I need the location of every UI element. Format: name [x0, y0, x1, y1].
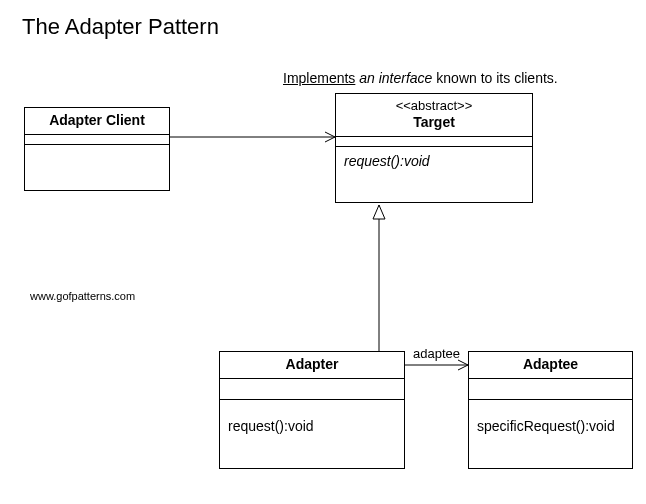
class-operations: request():void — [336, 147, 532, 187]
class-name: Adaptee — [475, 356, 626, 374]
caption-interface: an interface — [359, 70, 432, 86]
class-adaptee: Adaptee specificRequest():void — [468, 351, 633, 469]
class-operations — [25, 145, 169, 185]
class-attributes — [25, 135, 169, 145]
class-attributes — [220, 379, 404, 400]
class-adapter-client: Adapter Client — [24, 107, 170, 191]
class-name: Adapter — [226, 356, 398, 374]
caption-implements: Implements — [283, 70, 355, 86]
class-adapter: Adapter request():void — [219, 351, 405, 469]
class-operations: request():void — [220, 400, 404, 452]
class-attributes — [336, 137, 532, 147]
class-name: Target — [342, 114, 526, 132]
class-attributes — [469, 379, 632, 400]
class-target: <<abstract>> Target request():void — [335, 93, 533, 203]
diagram-title: The Adapter Pattern — [22, 14, 219, 40]
footer-attribution: www.gofpatterns.com — [30, 290, 135, 302]
class-stereotype: <<abstract>> — [342, 98, 526, 114]
diagram-caption: Implements an interface known to its cli… — [283, 70, 558, 86]
association-label-adaptee: adaptee — [413, 346, 460, 361]
diagram-canvas: The Adapter Pattern Implements an interf… — [0, 0, 646, 504]
caption-rest: known to its clients. — [436, 70, 557, 86]
class-name: Adapter Client — [31, 112, 163, 130]
class-operations: specificRequest():void — [469, 400, 632, 452]
